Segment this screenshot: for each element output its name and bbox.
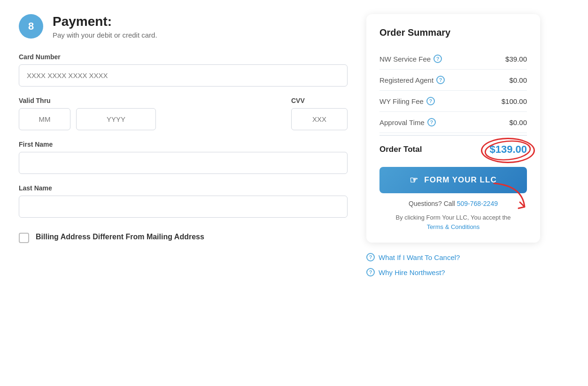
order-row-approval-time: Approval Time ? $0.00 — [379, 112, 527, 133]
order-summary-card: Order Summary NW Service Fee ? $39.00 Re… — [366, 14, 540, 243]
billing-checkbox[interactable] — [19, 233, 29, 243]
wy-filing-fee-help-icon[interactable]: ? — [426, 97, 435, 105]
cancel-link[interactable]: What If I Want To Cancel? — [379, 253, 460, 261]
card-number-section: Card Number — [19, 53, 348, 87]
registered-agent-help-icon[interactable]: ? — [436, 76, 445, 84]
hand-icon: ☞ — [410, 174, 418, 186]
valid-thru-group: Valid Thru — [19, 97, 284, 130]
card-number-input[interactable] — [19, 64, 348, 87]
last-name-label: Last Name — [19, 184, 348, 192]
cancel-faq-item: ? What If I Want To Cancel? — [366, 253, 540, 261]
cancel-help-icon: ? — [366, 253, 375, 261]
yyyy-input[interactable] — [76, 108, 156, 130]
payment-header: 8 Payment: Pay with your debit or credit… — [19, 14, 348, 39]
right-panel: Order Summary NW Service Fee ? $39.00 Re… — [366, 14, 540, 372]
valid-thru-cvv-section: Valid Thru CVV — [19, 97, 348, 130]
billing-checkbox-row: Billing Address Different From Mailing A… — [19, 232, 348, 243]
card-number-label: Card Number — [19, 53, 348, 61]
registered-agent-label: Registered Agent ? — [379, 76, 445, 84]
billing-checkbox-label: Billing Address Different From Mailing A… — [36, 232, 204, 242]
order-row-nw-service-fee: NW Service Fee ? $39.00 — [379, 48, 527, 70]
order-row-wy-filing-fee: WY Filing Fee ? $100.00 — [379, 91, 527, 112]
mm-group — [19, 108, 70, 130]
faq-links: ? What If I Want To Cancel? ? Why Hire N… — [366, 253, 540, 276]
order-total-label: Order Total — [379, 145, 422, 154]
order-total-row: Order Total $139.00 — [379, 135, 527, 159]
first-name-section: First Name — [19, 141, 348, 174]
wy-filing-fee-value: $100.00 — [502, 97, 527, 105]
last-name-section: Last Name — [19, 184, 348, 218]
form-llc-button[interactable]: ☞ FORM YOUR LLC — [379, 167, 527, 193]
nw-service-fee-help-icon[interactable]: ? — [433, 55, 442, 63]
questions-text: Questions? Call 509-768-2249 — [379, 200, 527, 207]
order-summary-title: Order Summary — [379, 27, 527, 38]
order-total-value: $139.00 — [489, 143, 527, 156]
nw-service-fee-value: $39.00 — [505, 55, 527, 63]
valid-thru-label: Valid Thru — [19, 97, 284, 104]
hire-link[interactable]: Why Hire Northwest? — [379, 268, 445, 276]
approval-time-help-icon[interactable]: ? — [427, 118, 436, 126]
cvv-label: CVV — [291, 97, 348, 104]
page-title: Payment: — [53, 14, 157, 29]
last-name-input[interactable] — [19, 196, 348, 218]
approval-time-value: $0.00 — [509, 118, 527, 126]
yyyy-group — [76, 108, 156, 130]
first-name-input[interactable] — [19, 152, 348, 174]
hire-help-icon: ? — [366, 268, 375, 276]
order-row-registered-agent: Registered Agent ? $0.00 — [379, 70, 527, 91]
terms-conditions-link[interactable]: Terms & Conditions — [427, 223, 480, 230]
payment-subtitle: Pay with your debit or credit card. — [53, 31, 157, 39]
payment-form-panel: 8 Payment: Pay with your debit or credit… — [19, 14, 348, 372]
step-badge: 8 — [19, 14, 43, 39]
wy-filing-fee-label: WY Filing Fee ? — [379, 97, 435, 105]
cvv-input[interactable] — [291, 108, 348, 130]
registered-agent-value: $0.00 — [509, 76, 527, 84]
first-name-label: First Name — [19, 141, 348, 148]
mm-input[interactable] — [19, 108, 70, 130]
phone-link[interactable]: 509-768-2249 — [457, 200, 498, 207]
form-llc-btn-wrapper: ☞ FORM YOUR LLC — [379, 167, 527, 193]
nw-service-fee-label: NW Service Fee ? — [379, 55, 442, 63]
cvv-group: CVV — [291, 97, 348, 130]
approval-time-label: Approval Time ? — [379, 118, 436, 126]
form-llc-btn-label: FORM YOUR LLC — [424, 175, 496, 185]
terms-text: By clicking Form Your LLC, You accept th… — [379, 213, 527, 231]
hire-faq-item: ? Why Hire Northwest? — [366, 268, 540, 276]
